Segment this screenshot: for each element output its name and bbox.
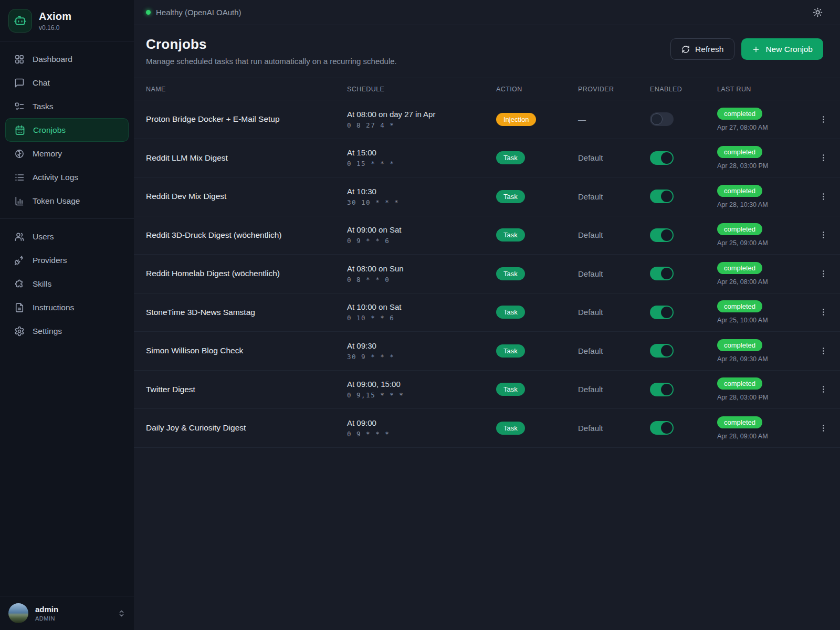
toggle-knob [651,113,663,125]
last-run-time: Apr 28, 09:30 AM [717,355,811,363]
sidebar-item-providers[interactable]: Providers [5,248,129,272]
schedule-cron: 0 15 * * * [347,160,496,167]
cronjobs-table-body: Proton Bridge Docker + E-Mail Setup At 0… [134,100,840,448]
status-badge: completed [717,339,762,351]
action-badge: Task [496,422,525,435]
schedule-cron: 0 10 * * 6 [347,314,496,322]
bot-icon [14,14,27,27]
enabled-toggle[interactable] [650,228,674,242]
cronjob-name: Reddit LLM Mix Digest [146,153,347,163]
sidebar-nav-secondary: Users Providers Skills Instructions Sett… [0,219,134,349]
schedule-cron: 0 8 * * 0 [347,276,496,284]
users-icon [14,232,25,242]
sidebar-item-chat[interactable]: Chat [5,71,129,94]
tasks-icon [14,101,25,112]
last-run-time: Apr 28, 09:00 AM [717,433,811,440]
last-run-time: Apr 28, 03:00 PM [717,394,811,401]
enabled-toggle[interactable] [650,383,674,396]
sidebar-item-activity-logs[interactable]: Activity Logs [5,165,129,189]
row-menu-button[interactable] [819,192,828,201]
enabled-toggle[interactable] [650,306,674,319]
enabled-toggle[interactable] [650,151,674,165]
brain-icon [14,149,25,159]
status-text: Healthy (OpenAI OAuth) [156,8,242,17]
kebab-icon [819,424,828,433]
table-row: Reddit Homelab Digest (wöchentlich) At 0… [134,255,840,293]
last-run-time: Apr 25, 09:00 AM [717,239,811,247]
row-menu-button[interactable] [819,230,828,239]
action-badge: Task [496,190,525,203]
toggle-knob [661,307,673,318]
schedule-human: At 09:30 [347,341,496,350]
row-menu-button[interactable] [819,346,828,355]
last-run-time: Apr 26, 08:00 AM [717,278,811,286]
sidebar-nav-primary: Dashboard Chat Tasks Cronjobs Memory Act… [0,41,134,218]
last-run-time: Apr 27, 08:00 AM [717,124,811,131]
row-menu-button[interactable] [819,385,828,394]
sidebar-item-dashboard[interactable]: Dashboard [5,47,129,71]
kebab-icon [819,192,828,201]
table-row: Reddit Dev Mix Digest At 10:30 30 10 * *… [134,177,840,216]
table-row: Daily Joy & Curiosity Digest At 09:00 0 … [134,409,840,448]
cronjob-name: Proton Bridge Docker + E-Mail Setup [146,114,347,124]
table-row: StoneTime 3D-News Samstag At 10:00 on Sa… [134,293,840,332]
column-header-last-run: Last Run [717,86,811,93]
toggle-knob [661,152,673,164]
action-badge: Task [496,228,525,242]
provider-value: Default [578,346,650,355]
last-run-time: Apr 28, 10:30 AM [717,201,811,208]
enabled-toggle[interactable] [650,190,674,203]
enabled-toggle[interactable] [650,421,674,435]
action-badge: Task [496,383,525,396]
providers-icon [14,255,25,266]
provider-value: — [578,115,650,124]
sidebar-item-token-usage[interactable]: Token Usage [5,189,129,213]
action-badge: Task [496,306,525,319]
action-badge: Injection [496,113,536,126]
provider-value: Default [578,424,650,433]
row-menu-button[interactable] [819,308,828,317]
kebab-icon [819,230,828,239]
sun-icon[interactable] [813,7,823,17]
row-menu-button[interactable] [819,153,828,162]
enabled-toggle[interactable] [650,112,674,126]
row-menu-button[interactable] [819,269,828,278]
cronjob-name: Reddit Dev Mix Digest [146,192,347,201]
app-name: Axiom [39,10,71,23]
toggle-knob [661,229,673,241]
kebab-icon [819,115,828,124]
schedule-human: At 09:00, 15:00 [347,380,496,388]
new-cronjob-button[interactable]: New Cronjob [741,38,823,60]
sidebar-item-cronjobs[interactable]: Cronjobs [5,118,129,142]
avatar [8,603,28,623]
health-status: Healthy (OpenAI OAuth) [146,8,242,17]
sidebar-item-skills[interactable]: Skills [5,272,129,296]
page-header: Cronjobs Manage scheduled tasks that run… [134,25,840,78]
sidebar-item-users[interactable]: Users [5,225,129,248]
enabled-toggle[interactable] [650,267,674,280]
status-badge: completed [717,300,762,312]
last-run-time: Apr 25, 10:00 AM [717,317,811,324]
user-role: ADMIN [35,615,58,622]
toggle-knob [661,384,673,395]
refresh-button[interactable]: Refresh [670,38,734,60]
topbar: Healthy (OpenAI OAuth) [134,0,840,25]
token-usage-icon [14,196,25,206]
schedule-human: At 09:00 on Sat [347,225,496,234]
sidebar-item-settings[interactable]: Settings [5,319,129,343]
sidebar-item-instructions[interactable]: Instructions [5,296,129,319]
schedule-human: At 09:00 [347,418,496,427]
user-menu[interactable]: admin ADMIN [0,596,134,630]
row-menu-button[interactable] [819,424,828,433]
refresh-icon [681,45,690,54]
table-row: Reddit 3D-Druck Digest (wöchentlich) At … [134,216,840,255]
schedule-cron: 0 9 * * 6 [347,237,496,245]
row-menu-button[interactable] [819,115,828,124]
kebab-icon [819,346,828,355]
table-row: Simon Willison Blog Check At 09:30 30 9 … [134,332,840,371]
enabled-toggle[interactable] [650,344,674,358]
sidebar-item-tasks[interactable]: Tasks [5,94,129,118]
sidebar-item-memory[interactable]: Memory [5,142,129,165]
schedule-cron: 30 10 * * * [347,198,496,206]
provider-value: Default [578,230,650,239]
